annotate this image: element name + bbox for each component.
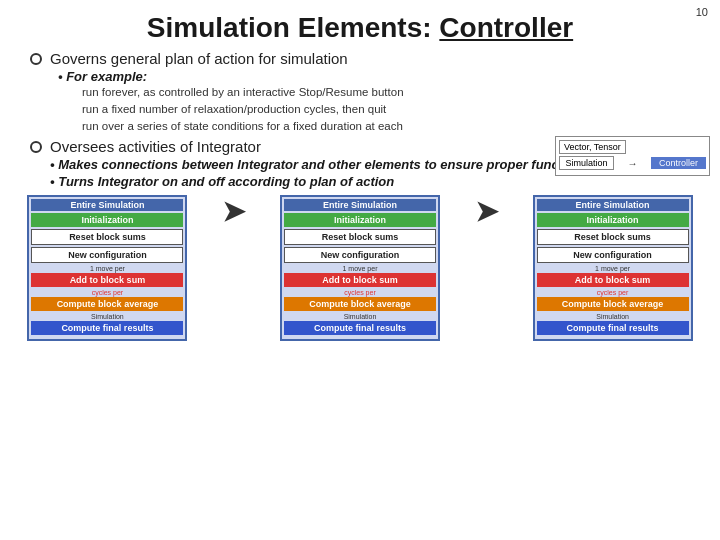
diag1-cycles: cycles per — [31, 289, 183, 296]
bullet-oversees-label: Oversees activities of Integrator — [50, 138, 261, 155]
diag1-add-block: Add to block sum — [31, 273, 183, 287]
mini-diagram: Vector, Tensor Simulation → Controller — [555, 136, 710, 176]
big-arrow-2-icon: ➤ — [475, 195, 498, 228]
page-number: 10 — [696, 6, 708, 18]
diag1-simulation: Simulation — [31, 313, 183, 320]
mini-box-simulation: Simulation — [559, 156, 614, 170]
diag3-title: Entire Simulation — [537, 199, 689, 211]
diag3-init: Initialization — [537, 213, 689, 227]
run-line-1: run forever, as controlled by an interac… — [82, 84, 720, 100]
diag1-title: Entire Simulation — [31, 199, 183, 211]
diag2-simulation: Simulation — [284, 313, 436, 320]
bullet-governs-text: Governs general plan of action for simul… — [30, 50, 720, 67]
page-title: Simulation Elements: Controller — [0, 12, 720, 44]
diag1-reset: Reset block sums — [31, 229, 183, 245]
diag2-add-block: Add to block sum — [284, 273, 436, 287]
sub-bullet-turns: • Turns Integrator on and off according … — [50, 174, 720, 189]
diag3-add-block: Add to block sum — [537, 273, 689, 287]
bullet-governs: Governs general plan of action for simul… — [30, 50, 720, 134]
run-line-3: run over a series of state conditions fo… — [82, 118, 720, 134]
bullet-circle-2 — [30, 141, 42, 153]
diag2-cycles: cycles per — [284, 289, 436, 296]
diag2-init: Initialization — [284, 213, 436, 227]
mini-diagram-row2: Simulation → Controller — [559, 156, 706, 170]
mini-box-vector: Vector, Tensor — [559, 140, 626, 154]
diag2-title: Entire Simulation — [284, 199, 436, 211]
diag1-init: Initialization — [31, 213, 183, 227]
diag2-compute-avg: Compute block average — [284, 297, 436, 311]
diagram-3: Entire Simulation Initialization Reset b… — [533, 195, 693, 341]
diag1-final: Compute final results — [31, 321, 183, 335]
run-text: run forever, as controlled by an interac… — [82, 84, 720, 134]
diag2-final: Compute final results — [284, 321, 436, 335]
diagrams-section: Entire Simulation Initialization Reset b… — [0, 195, 720, 341]
title-underline: Controller — [439, 12, 573, 43]
mini-diagram-row1: Vector, Tensor — [559, 140, 706, 154]
diag3-1move: 1 move per — [537, 265, 689, 272]
diag1-new-config: New configuration — [31, 247, 183, 263]
diag3-final: Compute final results — [537, 321, 689, 335]
mini-diagram-container: Vector, Tensor Simulation → Controller — [555, 136, 710, 176]
diag3-cycles: cycles per — [537, 289, 689, 296]
run-line-2: run a fixed number of relaxation/product… — [82, 101, 720, 117]
diag3-simulation: Simulation — [537, 313, 689, 320]
diag3-compute-avg: Compute block average — [537, 297, 689, 311]
arrow-1: ➤ — [222, 195, 245, 228]
big-arrow-1-icon: ➤ — [222, 195, 245, 228]
diag3-new-config: New configuration — [537, 247, 689, 263]
arrow-2: ➤ — [475, 195, 498, 228]
diagram-2: Entire Simulation Initialization Reset b… — [280, 195, 440, 341]
diag2-reset: Reset block sums — [284, 229, 436, 245]
bullet-circle-1 — [30, 53, 42, 65]
diagram-1: Entire Simulation Initialization Reset b… — [27, 195, 187, 341]
arrow-right-icon: → — [628, 158, 638, 169]
diag1-1move: 1 move per — [31, 265, 183, 272]
diag3-reset: Reset block sums — [537, 229, 689, 245]
mini-box-controller: Controller — [651, 157, 706, 169]
diag2-new-config: New configuration — [284, 247, 436, 263]
for-example-label: • For example: — [58, 69, 720, 84]
diag1-compute-avg: Compute block average — [31, 297, 183, 311]
bullet-governs-label: Governs general plan of action for simul… — [50, 50, 348, 67]
title-text-start: Simulation Elements: — [147, 12, 440, 43]
diag2-1move: 1 move per — [284, 265, 436, 272]
